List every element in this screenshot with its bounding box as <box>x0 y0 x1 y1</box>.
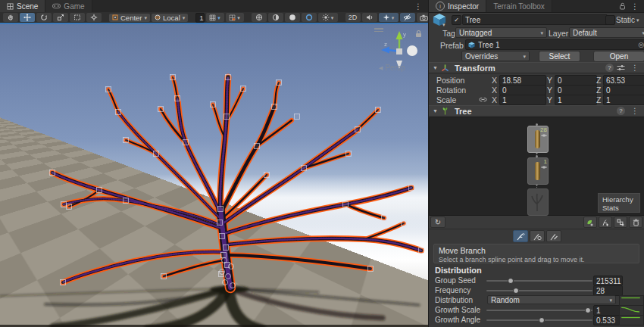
add-branch-group-button[interactable] <box>599 216 612 228</box>
tree-component-header[interactable]: ▼ Tree ? ⋮ <box>429 105 644 117</box>
projection-label[interactable]: ◀Persp <box>379 64 405 72</box>
rotate-tool-button[interactable] <box>36 13 52 22</box>
branch-group-node-selected[interactable]: 28 <box>527 126 549 153</box>
transform-help-icon[interactable]: ? <box>605 64 614 72</box>
node-visibility-icon[interactable] <box>541 165 547 170</box>
prefab-select-button[interactable]: Select <box>539 51 580 62</box>
scene-viewport[interactable]: y z ◀Persp <box>0 23 428 327</box>
tab-terrain-toolbox[interactable]: Terrain Toolbox <box>486 0 552 12</box>
scene-light-dropdown[interactable]: ▾ <box>318 13 338 22</box>
static-checkbox[interactable] <box>605 15 615 25</box>
active-checkbox[interactable]: ✓ <box>452 15 461 25</box>
transform-menu-icon[interactable]: ⋮ <box>628 64 642 72</box>
refresh-button[interactable]: ↻ <box>430 216 445 228</box>
static-dropdown-caret[interactable]: ▾ <box>636 17 639 23</box>
transform-foldout-icon[interactable]: ▼ <box>433 65 438 70</box>
mode-2d-button[interactable]: 2D <box>345 13 361 22</box>
scale-x-field[interactable]: 1 <box>499 95 546 105</box>
scale-y-field[interactable]: 1 <box>555 95 597 105</box>
layer-dropdown[interactable]: Default▾ <box>569 27 644 38</box>
gameobject-icon-caret[interactable]: ▾ <box>442 22 445 27</box>
name-field[interactable]: Tree <box>462 14 608 25</box>
position-x-field[interactable]: 18.58 <box>499 75 546 86</box>
inspector-menu-icon[interactable]: ⋮ <box>628 2 642 11</box>
rotation-y-field[interactable]: 0 <box>555 85 597 95</box>
inspector-lock-icon[interactable] <box>619 2 626 10</box>
shading-wireframe-button[interactable] <box>252 13 267 22</box>
gizmo-x-axis[interactable] <box>407 45 417 56</box>
frequency-value[interactable]: 28 <box>593 285 623 296</box>
hierarchy-stats-label[interactable]: Hierarchy Stats <box>598 193 640 213</box>
space-mode-dropdown[interactable]: Local▾ <box>152 14 188 22</box>
transform-presets-icon[interactable] <box>617 64 625 71</box>
add-node-button[interactable] <box>614 216 627 228</box>
scene-audio-button[interactable] <box>362 13 377 22</box>
node-visibility-icon[interactable] <box>541 133 547 138</box>
tree-root-node[interactable] <box>527 188 549 216</box>
move-tool-button[interactable] <box>20 13 35 22</box>
position-y-field[interactable]: 0 <box>555 75 597 86</box>
growth-scale-slider[interactable] <box>486 310 592 311</box>
prefab-field[interactable]: Tree 1 ◎ <box>465 39 644 50</box>
rect-tool-button[interactable] <box>70 13 85 22</box>
tab-scene[interactable]: Scene <box>0 0 45 12</box>
tree-model[interactable] <box>0 24 428 327</box>
shading-shaded-wireframe-button[interactable] <box>268 13 283 22</box>
scene-lighting-button[interactable] <box>302 13 317 22</box>
scene-effects-dropdown[interactable]: ▾ <box>379 13 399 22</box>
growth-angle-slider[interactable] <box>486 319 592 321</box>
growth-angle-curve-widget[interactable] <box>619 315 644 325</box>
draw-branch-tool[interactable] <box>546 230 561 242</box>
group-seed-row: Group Seed 215311 <box>429 276 644 285</box>
move-branch-tool[interactable] <box>513 230 528 242</box>
scale-link-icon[interactable] <box>479 96 487 103</box>
transform-header[interactable]: ▼ Transform ? ⋮ <box>429 62 644 73</box>
growth-scale-curve-widget[interactable] <box>619 305 644 316</box>
tag-label: Tag <box>442 29 455 38</box>
snap-settings-dropdown[interactable]: ▾ <box>226 13 244 22</box>
delete-node-button[interactable] <box>629 216 642 228</box>
transform-tool-button[interactable] <box>86 13 102 22</box>
rotate-branch-tool[interactable] <box>530 230 545 242</box>
distribution-dropdown[interactable]: Random▾ <box>487 295 616 304</box>
unity-editor-window: Scene Game ⋮ Center▾ Local▾ <box>0 0 644 327</box>
scale-tool-button[interactable] <box>53 13 68 22</box>
move-icon <box>23 14 31 21</box>
tree-node-canvas[interactable]: 28 1 Hierarchy Stats <box>429 117 644 216</box>
gizmo-y-axis[interactable] <box>396 31 403 39</box>
tree-foldout-icon[interactable]: ▼ <box>433 108 438 114</box>
rect-icon <box>73 14 81 21</box>
position-label: Position <box>436 76 464 85</box>
branch-group-node[interactable]: 1 <box>527 157 549 185</box>
info-icon: i <box>436 2 445 11</box>
position-z-field[interactable]: 63.53 <box>603 75 644 86</box>
overrides-dropdown[interactable]: Overrides▾ <box>461 51 530 61</box>
tree-menu-icon[interactable]: ⋮ <box>628 107 642 115</box>
scene-visibility-button[interactable] <box>400 13 415 22</box>
add-leaf-group-button[interactable] <box>583 216 597 228</box>
group-seed-slider[interactable] <box>486 280 592 282</box>
game-tab-icon <box>52 3 61 9</box>
pivot-mode-dropdown[interactable]: Center▾ <box>109 14 150 22</box>
group-seed-value[interactable]: 215311 <box>593 276 623 286</box>
tab-inspector[interactable]: i Inspector <box>429 0 486 12</box>
grid-visibility-dropdown[interactable]: ▾ <box>206 13 224 22</box>
svg-text:y: y <box>403 31 406 38</box>
frequency-slider[interactable] <box>486 290 592 291</box>
distribution-curve-widget[interactable] <box>619 295 644 306</box>
growth-angle-row: Growth Angle 0.533 <box>429 315 644 325</box>
tree-help-icon[interactable]: ? <box>617 107 625 115</box>
rotation-x-field[interactable]: 0 <box>499 85 546 95</box>
scene-tab-label: Scene <box>17 2 38 11</box>
tag-dropdown[interactable]: Untagged▾ <box>455 27 547 38</box>
rotation-z-field[interactable]: 0 <box>603 85 644 95</box>
prefab-picker-icon[interactable]: ◎ <box>638 41 644 48</box>
scale-z-field[interactable]: 1 <box>603 95 644 105</box>
gizmo-lock-icon[interactable] <box>416 31 421 38</box>
hand-tool-button[interactable] <box>3 13 18 22</box>
tab-game[interactable]: Game <box>45 0 92 12</box>
shading-shaded-button[interactable] <box>285 13 300 22</box>
grid-snap-size-field[interactable]: 1 <box>195 13 204 23</box>
scene-panel-menu-icon[interactable]: ⋮ <box>411 0 425 12</box>
prefab-open-button[interactable]: Open <box>593 51 644 62</box>
